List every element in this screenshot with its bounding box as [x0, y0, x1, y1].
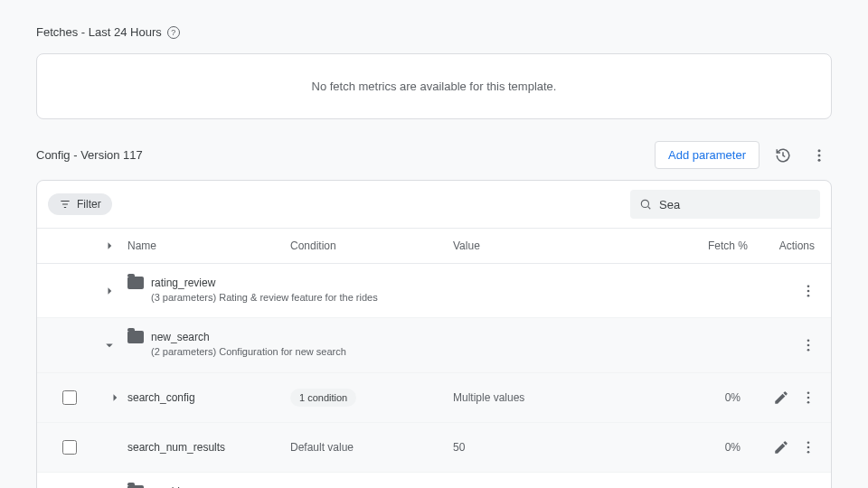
svg-point-6 — [641, 200, 648, 207]
filter-label: Filter — [77, 198, 101, 211]
fetches-title: Fetches - Last 24 Hours — [36, 25, 162, 39]
svg-point-17 — [807, 441, 810, 444]
filter-button[interactable]: Filter — [48, 193, 112, 215]
fetches-header: Fetches - Last 24 Hours ? — [36, 25, 832, 39]
more-vert-icon[interactable] — [807, 143, 832, 168]
config-table: Filter Name Condition Value Fetch % Acti… — [36, 180, 832, 488]
svg-point-12 — [807, 344, 810, 347]
svg-point-19 — [807, 451, 810, 454]
chevron-down-icon[interactable] — [91, 337, 127, 353]
more-vert-icon[interactable] — [797, 386, 820, 409]
svg-point-1 — [818, 154, 821, 156]
edit-icon[interactable] — [769, 386, 793, 409]
filter-icon — [59, 198, 71, 211]
history-icon[interactable] — [770, 143, 796, 168]
config-title: Config - Version 117 — [36, 148, 143, 162]
help-icon[interactable]: ? — [167, 26, 180, 39]
condition-chip: 1 condition — [290, 389, 356, 407]
more-vert-icon[interactable] — [797, 279, 820, 303]
svg-point-2 — [818, 158, 821, 161]
search-icon — [639, 197, 652, 211]
row-subtitle: (3 parameters) Rating & review feature f… — [151, 291, 378, 305]
fetches-card: No fetch metrics are available for this … — [36, 53, 832, 119]
col-fetch: Fetch % — [693, 239, 748, 252]
chevron-right-icon[interactable] — [91, 283, 127, 299]
row-checkbox[interactable] — [62, 390, 77, 405]
row-subtitle: (2 parameters) Configuration for new sea… — [151, 345, 346, 359]
svg-point-15 — [807, 396, 810, 399]
svg-point-0 — [818, 149, 821, 152]
svg-point-13 — [807, 349, 810, 352]
svg-point-10 — [807, 295, 810, 297]
row-condition: Default value — [290, 441, 453, 454]
row-name: search_num_results — [127, 441, 290, 454]
expand-all-icon[interactable] — [91, 238, 127, 254]
more-vert-icon[interactable] — [797, 333, 820, 357]
search-input[interactable] — [659, 198, 811, 211]
svg-point-9 — [807, 289, 810, 292]
col-value: Value — [453, 239, 670, 252]
table-row[interactable]: search_config 1 condition Multiple value… — [37, 373, 831, 423]
row-fetch: 0% — [693, 441, 748, 454]
svg-point-14 — [807, 391, 810, 394]
row-name: new_search — [151, 331, 346, 343]
row-name: search_config — [127, 391, 290, 404]
row-fetch: 0% — [693, 391, 748, 404]
folder-icon — [127, 277, 144, 289]
table-row[interactable]: search_num_results Default value 50 0% — [37, 423, 831, 473]
folder-icon — [127, 331, 144, 343]
col-name: Name — [127, 239, 290, 252]
table-row[interactable]: rating_review (3 parameters) Rating & re… — [37, 264, 831, 318]
row-value: 50 — [453, 441, 670, 454]
table-toolbar: Filter — [37, 181, 831, 228]
chevron-right-icon[interactable] — [102, 389, 127, 406]
more-vert-icon[interactable] — [797, 436, 820, 459]
table-row[interactable]: zombie (3 parameters) All params related… — [37, 473, 831, 488]
row-name: rating_review — [151, 277, 378, 289]
svg-point-8 — [807, 285, 810, 287]
edit-icon[interactable] — [769, 436, 793, 459]
config-header: Config - Version 117 Add parameter — [36, 141, 832, 169]
col-actions: Actions — [748, 239, 820, 252]
search-box[interactable] — [630, 190, 820, 219]
svg-line-7 — [648, 207, 651, 210]
fetches-empty-message: No fetch metrics are available for this … — [312, 80, 557, 93]
table-header-row: Name Condition Value Fetch % Actions — [37, 228, 831, 264]
add-parameter-button[interactable]: Add parameter — [655, 141, 760, 169]
row-value: Multiple values — [453, 391, 670, 404]
svg-point-16 — [807, 401, 810, 404]
svg-point-11 — [807, 339, 810, 342]
col-condition: Condition — [290, 239, 453, 252]
svg-point-18 — [807, 446, 810, 448]
table-row[interactable]: new_search (2 parameters) Configuration … — [37, 318, 831, 372]
row-checkbox[interactable] — [62, 440, 77, 455]
